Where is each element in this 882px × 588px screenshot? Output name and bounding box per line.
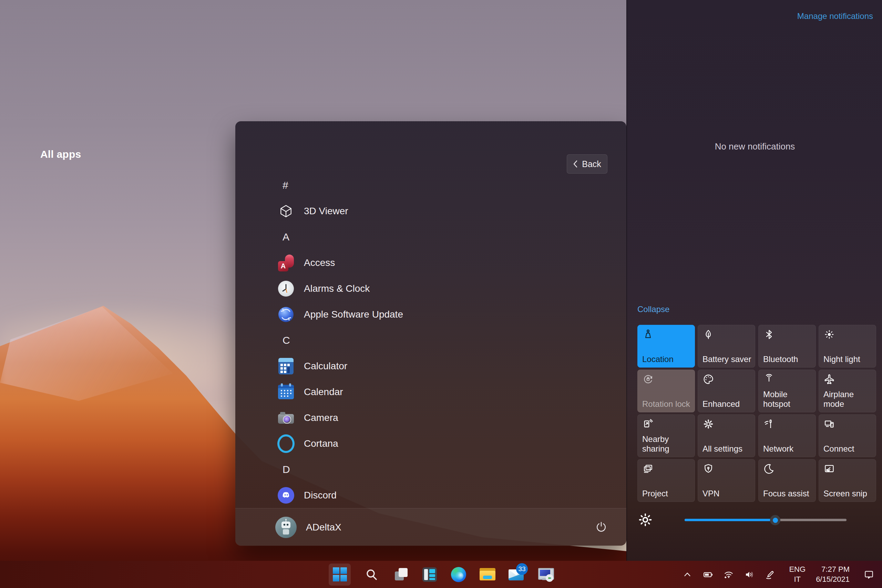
edge-icon — [451, 567, 466, 582]
avatar[interactable] — [275, 517, 297, 538]
quick-tile-night-light[interactable]: Night light — [819, 325, 876, 368]
power-button[interactable] — [593, 519, 609, 535]
taskbar-clock[interactable]: 7:27 PM 6/15/2021 — [816, 565, 850, 584]
taskbar: 33 ▸▸ — [0, 561, 882, 588]
quick-tile-bluetooth[interactable]: Bluetooth — [758, 325, 816, 368]
task-view-icon — [393, 567, 408, 582]
app-row-camera[interactable]: Camera — [236, 405, 626, 430]
app-list: # 3D Viewer A A Access Ala — [236, 172, 626, 508]
snip-icon — [824, 463, 835, 475]
taskbar-tray: ENG IT 7:27 PM 6/15/2021 — [672, 561, 882, 588]
leaf-icon — [702, 328, 714, 340]
windows-logo-icon — [333, 567, 347, 582]
start-user-bar: ADeltaX — [236, 508, 626, 546]
edge-button[interactable] — [451, 567, 466, 582]
camera-icon — [278, 409, 295, 426]
quick-tile-vpn[interactable]: VPN — [698, 459, 755, 502]
app-row-access[interactable]: A Access — [236, 250, 626, 276]
section-letter[interactable]: C — [236, 327, 626, 353]
task-view-button[interactable] — [393, 567, 409, 582]
language-line2: IT — [789, 574, 806, 585]
quick-tile-rotation-lock[interactable]: Rotation lock — [638, 370, 695, 412]
rotation-lock-icon — [642, 374, 654, 385]
remote-desktop-icon: ▸▸ — [537, 567, 554, 582]
all-apps-title: All apps — [40, 148, 81, 160]
action-center-button[interactable] — [862, 568, 876, 582]
chevron-left-icon — [573, 160, 578, 168]
quick-tile-project[interactable]: Project — [638, 459, 695, 502]
taskbar-app-icons: 33 ▸▸ — [328, 561, 554, 588]
brightness-slider[interactable] — [685, 514, 846, 526]
battery-icon — [703, 569, 713, 580]
collapse-link[interactable]: Collapse — [638, 304, 669, 314]
quick-tile-connect[interactable]: Connect — [819, 414, 876, 457]
file-explorer-button[interactable] — [480, 567, 495, 582]
remote-desktop-button[interactable]: ▸▸ — [537, 567, 554, 582]
share-icon — [642, 418, 654, 430]
quick-tile-battery-saver[interactable]: Battery saver — [698, 325, 755, 368]
discord-icon — [278, 487, 295, 504]
3d-viewer-icon — [278, 202, 295, 220]
quick-tile-mobile-hotspot[interactable]: Mobile hotspot — [758, 370, 816, 412]
language-line1: ENG — [789, 565, 806, 574]
calendar-icon — [278, 383, 295, 400]
notification-bubble-icon — [864, 569, 874, 580]
section-letter[interactable]: D — [236, 456, 626, 482]
volume-icon — [744, 569, 754, 580]
alarms-clock-icon — [278, 280, 295, 297]
hotspot-icon — [763, 374, 775, 385]
section-letter[interactable]: A — [236, 224, 626, 250]
app-row-calendar[interactable]: Calendar — [236, 379, 626, 405]
no-notifications-message: No new notifications — [627, 141, 882, 152]
project-icon — [642, 463, 654, 475]
quick-tile-focus-assist[interactable]: Focus assist — [758, 459, 816, 502]
mail-badge: 33 — [516, 563, 528, 575]
clock-date: 6/15/2021 — [816, 574, 850, 585]
brightness-slider-fill — [685, 519, 775, 521]
app-row-discord[interactable]: Discord — [236, 482, 626, 508]
cortana-icon — [278, 435, 295, 452]
shield-icon — [702, 463, 714, 475]
battery-button[interactable] — [702, 569, 714, 580]
back-label: Back — [582, 159, 601, 169]
start-button[interactable] — [328, 564, 351, 586]
app-row-3d-viewer[interactable]: 3D Viewer — [236, 198, 626, 224]
app-row-alarms-clock[interactable]: Alarms & Clock — [236, 276, 626, 302]
network-icon — [763, 418, 775, 430]
airplane-icon — [824, 374, 835, 385]
power-icon — [594, 520, 608, 534]
action-center-panel: Manage notifications No new notification… — [626, 0, 882, 561]
user-name[interactable]: ADeltaX — [306, 522, 341, 533]
app-row-calculator[interactable]: Calculator — [236, 353, 626, 379]
moon-icon — [763, 463, 775, 475]
sun-icon — [824, 328, 835, 340]
search-button[interactable] — [364, 567, 380, 582]
brightness-slider-thumb[interactable] — [770, 515, 780, 525]
app-row-cortana[interactable]: Cortana — [236, 430, 626, 456]
pen-button[interactable] — [764, 569, 776, 580]
quick-tile-all-settings[interactable]: All settings — [698, 414, 755, 457]
brightness-icon — [638, 512, 653, 528]
back-button[interactable]: Back — [567, 154, 608, 174]
palette-icon — [702, 374, 714, 385]
quick-tile-enhanced[interactable]: Enhanced — [698, 370, 755, 412]
wifi-icon — [723, 569, 734, 580]
wifi-button[interactable] — [723, 569, 735, 580]
chevron-up-icon — [682, 569, 693, 580]
quick-tile-nearby-sharing[interactable]: Nearby sharing — [638, 414, 695, 457]
mail-button[interactable]: 33 — [508, 567, 524, 582]
quick-tile-airplane-mode[interactable]: Airplane mode — [819, 370, 876, 412]
quick-tile-location[interactable]: Location — [638, 325, 695, 368]
section-letter[interactable]: # — [236, 172, 626, 198]
hidden-icons-button[interactable] — [681, 569, 693, 580]
gear-icon — [702, 418, 714, 430]
widgets-button[interactable] — [422, 567, 438, 582]
manage-notifications-link[interactable]: Manage notifications — [797, 11, 873, 21]
app-row-apple-software-update[interactable]: Apple Software Update — [236, 302, 626, 327]
language-indicator[interactable]: ENG IT — [789, 565, 806, 584]
volume-button[interactable] — [744, 569, 755, 580]
access-icon: A — [278, 254, 295, 272]
quick-tile-screen-snip[interactable]: Screen snip — [819, 459, 876, 502]
desktop: All apps Back # 3D Viewer A A Access — [0, 0, 882, 588]
quick-tile-network[interactable]: Network — [758, 414, 816, 457]
